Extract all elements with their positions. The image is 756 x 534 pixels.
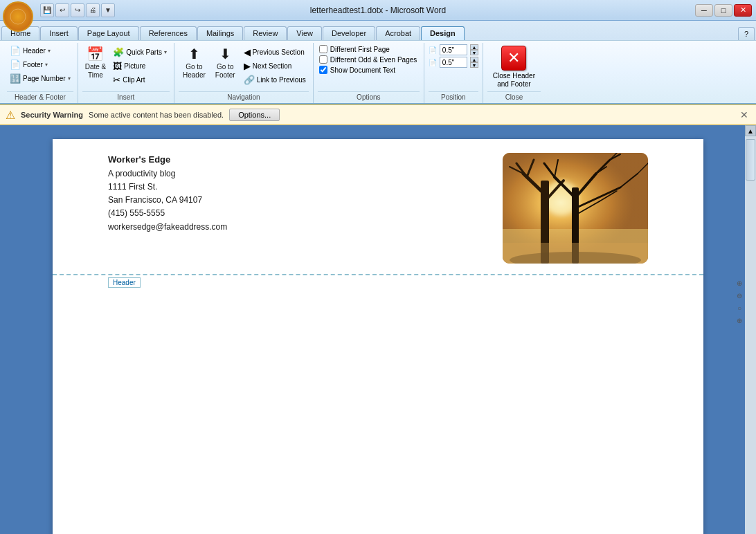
email: workersedge@fakeaddress.com [108, 221, 227, 234]
footer-pos-up[interactable]: ▲ [470, 57, 478, 62]
svg-point-0 [10, 9, 26, 24]
office-button[interactable] [3, 1, 33, 32]
footer-pos-down[interactable]: ▼ [470, 62, 478, 68]
page-number-button[interactable]: 🔢 Page Number ▾ [7, 72, 73, 85]
ribbon: Home Insert Page Layout References Maili… [0, 21, 756, 104]
print-quick-btn[interactable]: 🖨 [86, 3, 100, 17]
document-header[interactable]: Worker's Edge A productivity blog 1111 F… [53, 139, 703, 275]
header-pos-down[interactable]: ▼ [470, 50, 478, 55]
quick-parts-button[interactable]: 🧩 Quick Parts ▾ [110, 46, 170, 59]
footer-button[interactable]: 📄 Footer ▾ [7, 58, 73, 71]
footer-pos-spin: ▲ ▼ [470, 57, 478, 68]
tab-help[interactable]: ? [738, 27, 755, 40]
header-label: Header [108, 277, 141, 288]
document-body[interactable] [53, 275, 703, 497]
group-options: Different First Page Different Odd & Eve… [314, 43, 424, 103]
window-title: letterheadtest1.dotx - Microsoft Word [310, 6, 447, 15]
tab-page-layout[interactable]: Page Layout [78, 26, 139, 40]
tab-view[interactable]: View [287, 26, 322, 40]
group-position: 📄 ▲ ▼ 📄 ▲ ▼ Position [424, 43, 483, 103]
svg-rect-26 [503, 243, 648, 264]
show-document-text-option[interactable]: Show Document Text [318, 65, 397, 75]
header-image [503, 153, 648, 264]
document-area: ▲ ⊕ ⊖ ○ ⊕ Worker's Edge A productivity b… [0, 125, 756, 534]
group-items-hf: 📄 Header ▾ 📄 Footer ▾ 🔢 Page Number ▾ [7, 44, 73, 90]
different-odd-even-option[interactable]: Different Odd & Even Pages [318, 55, 418, 64]
next-section-icon: ▶ [244, 61, 251, 71]
date-time-button[interactable]: 📅 Date & Time [82, 44, 109, 80]
group-label-position: Position [429, 91, 478, 103]
redo-quick-btn[interactable]: ↪ [71, 3, 84, 17]
link-to-previous-button[interactable]: 🔗 Link to Previous [241, 73, 309, 86]
save-quick-btn[interactable]: 💾 [40, 3, 54, 17]
header-pos-up[interactable]: ▲ [470, 44, 478, 50]
clip-art-button[interactable]: ✂ Clip Art [110, 73, 170, 86]
security-bar: ⚠ Security Warning Some active content h… [0, 104, 756, 125]
tab-review[interactable]: Review [244, 26, 287, 40]
group-close: ✕ Close Headerand Footer Close [483, 43, 545, 103]
go-header-icon: ⬆ [188, 46, 200, 62]
group-label-hf: Header & Footer [7, 91, 73, 103]
ribbon-content: 📄 Header ▾ 📄 Footer ▾ 🔢 Page Number ▾ [0, 40, 756, 103]
group-items-position: 📄 ▲ ▼ 📄 ▲ ▼ [429, 44, 478, 90]
security-options-button[interactable]: Options... [229, 109, 280, 121]
group-items-insert: 📅 Date & Time 🧩 Quick Parts ▾ 🖼 Picture [82, 44, 170, 90]
header-button[interactable]: 📄 Header ▾ [7, 44, 73, 57]
group-label-close: Close [487, 91, 541, 103]
header-pos-label: 📄 [429, 46, 437, 54]
security-close-button[interactable]: ✕ [738, 109, 750, 121]
group-header-footer: 📄 Header ▾ 📄 Footer ▾ 🔢 Page Number ▾ [3, 43, 78, 103]
qa-more-btn[interactable]: ▼ [101, 3, 115, 17]
vertical-scrollbar[interactable]: ▲ [745, 125, 756, 534]
side-tool-1[interactable]: ⊕ [734, 277, 745, 288]
scroll-up-button[interactable]: ▲ [745, 125, 756, 136]
tab-mailings[interactable]: Mailings [197, 26, 243, 40]
tab-developer[interactable]: Developer [323, 26, 375, 40]
security-title: Security Warning [21, 111, 83, 119]
header-position-input[interactable] [440, 44, 467, 55]
close-header-footer-button[interactable]: ✕ Close Headerand Footer [487, 44, 541, 90]
different-first-page-checkbox[interactable] [319, 45, 327, 53]
clip-art-icon: ✂ [113, 75, 120, 85]
footer-pos-label: 📄 [429, 59, 437, 66]
different-odd-even-checkbox[interactable] [319, 55, 327, 64]
tab-design[interactable]: Design [421, 26, 465, 40]
close-hf-icon: ✕ [501, 46, 526, 71]
picture-button[interactable]: 🖼 Picture [110, 59, 170, 73]
go-to-header-button[interactable]: ⬆ Go to Header [179, 44, 210, 80]
prev-section-icon: ◀ [244, 47, 251, 57]
show-document-text-checkbox[interactable] [319, 66, 327, 74]
scroll-thumb[interactable] [746, 139, 755, 181]
header-position-item: 📄 ▲ ▼ [429, 44, 478, 55]
different-first-page-option[interactable]: Different First Page [318, 44, 391, 54]
document-page: Worker's Edge A productivity blog 1111 F… [53, 139, 703, 534]
title-bar-left: 💾 ↩ ↪ 🖨 ▼ [4, 3, 115, 17]
page-number-icon: 🔢 [10, 73, 21, 84]
side-tool-4[interactable]: ⊕ [734, 315, 745, 326]
tab-acrobat[interactable]: Acrobat [376, 26, 420, 40]
date-time-icon: 📅 [87, 46, 104, 62]
previous-section-button[interactable]: ◀ Previous Section [241, 46, 309, 59]
group-label-insert: Insert [82, 91, 170, 103]
minimize-button[interactable]: ─ [695, 4, 713, 17]
footer-icon: 📄 [10, 59, 21, 70]
side-tool-3[interactable]: ○ [734, 302, 745, 313]
go-to-footer-button[interactable]: ⬇ Go to Footer [211, 44, 240, 80]
tab-insert[interactable]: Insert [40, 26, 78, 40]
phone: (415) 555-5555 [108, 207, 227, 220]
undo-quick-btn[interactable]: ↩ [55, 3, 69, 17]
tab-references[interactable]: References [140, 26, 197, 40]
link-prev-icon: 🔗 [244, 75, 255, 85]
close-hf-label: Close Headerand Footer [493, 72, 535, 89]
quick-parts-icon: 🧩 [113, 47, 124, 57]
title-bar: 💾 ↩ ↪ 🖨 ▼ letterheadtest1.dotx - Microso… [0, 0, 756, 21]
side-tool-2[interactable]: ⊖ [734, 290, 745, 301]
maximize-button[interactable]: □ [714, 4, 732, 17]
group-items-nav: ⬆ Go to Header ⬇ Go to Footer [179, 44, 309, 90]
footer-position-input[interactable] [440, 57, 467, 68]
side-tools: ⊕ ⊖ ○ ⊕ [734, 277, 745, 326]
go-footer-icon: ⬇ [219, 46, 231, 62]
close-button[interactable]: ✕ [734, 4, 752, 17]
window-controls: ─ □ ✕ [695, 4, 752, 17]
next-section-button[interactable]: ▶ Next Section [241, 59, 309, 73]
